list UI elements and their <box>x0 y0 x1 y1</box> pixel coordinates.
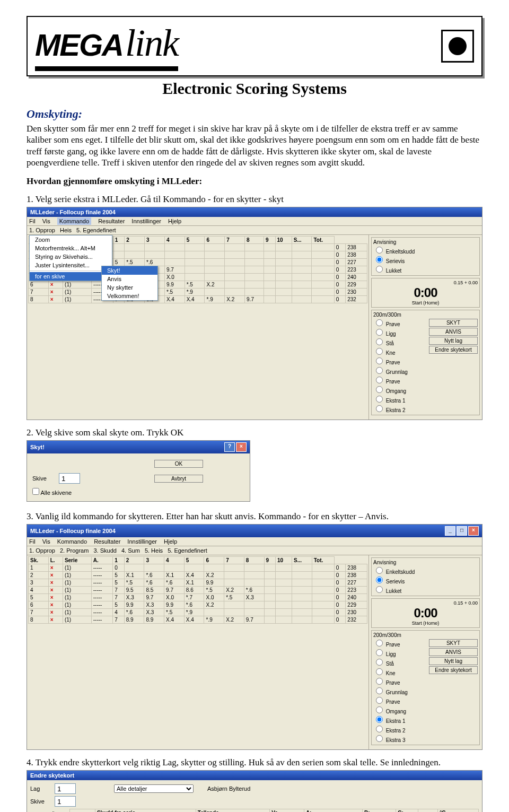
page-subtitle: Electronic Scoring Systems <box>27 80 482 98</box>
skive-input[interactable] <box>59 473 80 484</box>
help-icon[interactable]: ? <box>224 442 235 452</box>
howto-title: Hvordan gjennomføre omskyting i MLLeder: <box>27 176 482 187</box>
minimize-icon[interactable]: _ <box>445 526 455 536</box>
menu-vis[interactable]: Vis <box>42 218 50 224</box>
logo-mega: MEGA <box>35 28 123 62</box>
menu-for-en-skive[interactable]: for en skive <box>30 272 112 281</box>
submenu-skyt[interactable]: Skyt! <box>102 266 157 275</box>
shooter-name: Asbjørn Bylterud <box>207 785 250 792</box>
menu-hjelp[interactable]: Hjelp <box>168 218 181 224</box>
skyt-dialog: Skyt! ? × OK Skive Avbryt Alle skivene <box>27 440 250 502</box>
dialog-titlebar: Skyt! ? × <box>27 441 250 453</box>
alle-skivene-checkbox[interactable]: Alle skivene <box>32 490 72 496</box>
ok-button[interactable]: OK <box>154 460 203 468</box>
menu-instillinger[interactable]: Innstillinger <box>127 538 157 545</box>
cancel-button[interactable]: Avbryt <box>154 475 203 483</box>
menu-zoom[interactable]: Zoom <box>30 235 112 244</box>
menu-kommando[interactable]: Kommando <box>57 217 91 225</box>
menu-fil[interactable]: Fil <box>29 538 36 545</box>
grid-area-1: Zoom Motorfremtrekk... Alt+M Styring av … <box>27 235 368 420</box>
skive-label-2: Skive <box>30 798 51 805</box>
app-window-2: MLLeder - Follocup finale 2004 _ □ × Fil… <box>27 524 482 750</box>
tab-opprop[interactable]: 1. Opprop <box>29 547 55 554</box>
tab-sum[interactable]: 4. Sum <box>121 547 140 554</box>
lag-input[interactable] <box>55 783 76 794</box>
tab-egendefinert[interactable]: 5. Egendefinert <box>76 227 116 233</box>
side-panel-1: Anvisning Enkeltskudd Serievis Lukket0.1… <box>368 235 482 420</box>
tab-program[interactable]: 2. Program <box>60 547 89 554</box>
step-1: 1. Velg serie ekstra i MLLeder. Gå til K… <box>27 194 482 205</box>
tab-heis[interactable]: Heis <box>60 227 72 233</box>
toolbar-2: 1. Opprop 2. Program 3. Skudd 4. Sum 5. … <box>27 546 482 555</box>
tab-heis[interactable]: 5. Heis <box>145 547 163 554</box>
menu-fil[interactable]: Fil <box>29 218 36 224</box>
menu-lys[interactable]: Juster Lysintensitet... <box>30 261 112 269</box>
skive-input-2[interactable] <box>55 796 76 807</box>
edit-titlebar: Endre skytekort <box>27 771 482 780</box>
logo-header: MEGAlink <box>27 16 482 76</box>
app-window-1: MLLeder - Follocup finale 2004 Fil Vis K… <box>27 207 482 420</box>
results-table-2: Sk.L.SerieA.12345678910S...Tot.1×(1)----… <box>28 556 367 624</box>
close-icon[interactable]: × <box>468 526 479 536</box>
menu-kommando[interactable]: Kommando <box>57 538 87 545</box>
submenu-velkommen[interactable]: Velkommen! <box>102 292 157 300</box>
kommando-submenu[interactable]: Skyt! Anvis Ny skytter Velkommen! <box>101 266 158 301</box>
menu-hjelp[interactable]: Hjelp <box>164 538 177 545</box>
window-title-1: MLLeder - Follocup finale 2004 <box>30 209 116 215</box>
titlebar-2: MLLeder - Follocup finale 2004 _ □ × <box>27 525 482 537</box>
menubar-2: Fil Vis Kommando Resultater Innstillinge… <box>27 537 482 546</box>
menu-resultater[interactable]: Resultater <box>94 538 120 545</box>
menu-vis[interactable]: Vis <box>42 538 50 545</box>
edit-left-column: AntallSumSerie544Total25238PrøveLiggStåK… <box>30 809 69 812</box>
edit-window: Endre skytekort Lag Alle detaljer Asbjør… <box>27 770 482 812</box>
titlebar-1: MLLeder - Follocup finale 2004 <box>27 207 482 217</box>
section-title: Omskyting: <box>27 107 482 121</box>
side-panel-2: Anvisning Enkeltskudd Serievis Lukket0.1… <box>368 555 482 749</box>
edit-title: Endre skytekort <box>30 772 74 779</box>
menu-instillinger[interactable]: Innstillinger <box>131 218 161 224</box>
detail-dropdown[interactable]: Alle detaljer <box>114 784 194 793</box>
kommando-dropdown[interactable]: Zoom Motorfremtrekk... Alt+M Styring av … <box>29 235 112 281</box>
tab-egendefinert[interactable]: 5. Egendefinert <box>168 547 207 554</box>
menu-styring[interactable]: Styring av Skivehøis... <box>30 252 112 261</box>
logo-link: link <box>125 22 178 64</box>
toolbar-1: 1. Opprop Heis 5. Egendefinert <box>27 226 482 235</box>
step-4: 4. Trykk endre skytterkort velg riktig L… <box>27 757 482 768</box>
step-3: 3. Vanlig ild kommando for skytteren. Et… <box>27 511 482 522</box>
edit-table: Skudd fra serieTellendeVe...A:B:C:...°C1… <box>69 809 479 812</box>
close-icon[interactable]: × <box>236 442 247 452</box>
menu-resultater[interactable]: Resultater <box>98 218 125 224</box>
grid-area-2: Sk.L.SerieA.12345678910S...Tot.1×(1)----… <box>27 555 368 749</box>
skive-label: Skive <box>32 475 59 482</box>
lag-label: Lag <box>30 785 51 792</box>
tab-opprop[interactable]: 1. Opprop <box>29 227 55 233</box>
menu-motor[interactable]: Motorfremtrekk... Alt+M <box>30 244 112 252</box>
dialog-title: Skyt! <box>30 444 45 450</box>
submenu-ny-skytter[interactable]: Ny skytter <box>102 283 157 292</box>
tab-skudd[interactable]: 3. Skudd <box>93 547 116 554</box>
logo-target-icon <box>441 30 474 63</box>
maximize-icon[interactable]: □ <box>457 526 467 536</box>
step-2: 2. Velg skive som skal skyte om. Trykk O… <box>27 427 482 438</box>
menubar-1: Fil Vis Kommando Resultater Innstillinge… <box>27 217 482 226</box>
submenu-anvis[interactable]: Anvis <box>102 275 157 283</box>
intro-paragraph: Den skytter som får mer enn 2 treff for … <box>27 123 482 168</box>
window-title-2: MLLeder - Follocup finale 2004 <box>30 528 116 534</box>
